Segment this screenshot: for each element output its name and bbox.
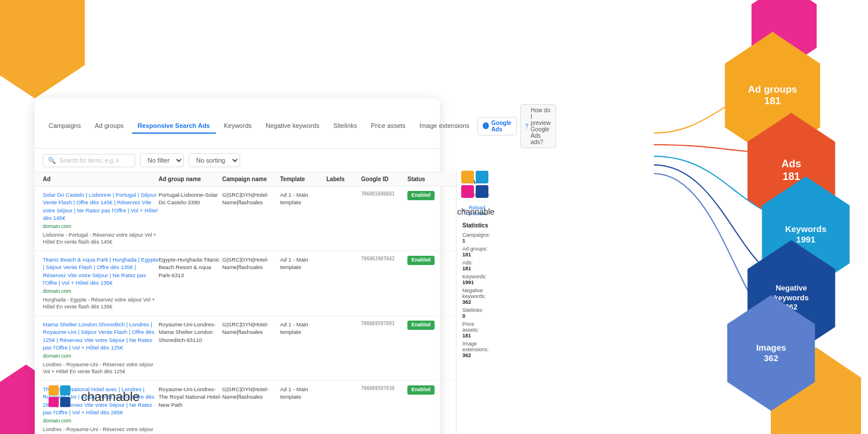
ad-url-3: domain.com [43, 352, 159, 360]
ad-title-2: Titanic Beach & Aqua Park | Hurghada | E… [43, 256, 159, 286]
stat-campaigns: Campaigns: 1 [462, 232, 490, 244]
ad-title-1: Solar Do Castelo | Lisbonne | Portugal |… [43, 191, 159, 222]
campaign-cell-3: G|SRC|DYN|Hotel-Name|flashsales [222, 321, 280, 336]
stat-ads: Ads: 181 [462, 260, 490, 271]
campaign-cell-1: G|SRC|DYN|Hotel-Name|flashsales [222, 191, 280, 207]
google-id-cell-3: 706069597093 [361, 321, 407, 327]
campaign-cell-4: G|SRC|DYN|Hotel-Name|flashsales [222, 385, 280, 401]
hex-ad-groups-label: Ad groups181 [748, 84, 797, 108]
right-diagram: Ad groups181 Ads181 Keywords1991 Negativ… [625, 0, 868, 434]
ad-url-4: domain.com [43, 417, 159, 425]
hex-ads-label: Ads181 [781, 158, 801, 183]
google-id-cell-2: 706063987042 [361, 256, 407, 262]
status-cell-2: Enabled [407, 256, 448, 265]
col-header-ad-group: Ad group name [159, 176, 222, 182]
ad-group-cell-2: Egypte-Hurghada-Titanic Beach Resort & A… [159, 256, 222, 279]
tab-negative-keywords[interactable]: Negative keywords [260, 119, 325, 134]
template-cell-2: Ad 1 - Main template [280, 256, 326, 271]
ad-cell-3: Mama Shelter London Shoreditch | Londres… [43, 321, 159, 376]
toolbar: 🔍 Search for items, e.g. ii No filter No… [35, 149, 440, 172]
google-id-cell-4: 706069597030 [361, 385, 407, 392]
tab-sitelinks[interactable]: Sitelinks [328, 119, 363, 134]
channable-icon-bottom [46, 383, 74, 411]
google-id-cell-1: 706065698881 [361, 191, 407, 197]
stat-sitelinks: Sitelinks: 0 [462, 307, 490, 319]
ad-url-1: domain.com [43, 223, 159, 230]
svg-rect-2 [461, 185, 474, 198]
how-to-preview-button[interactable]: ? How do I preview Google Ads ads? [520, 104, 556, 148]
svg-rect-1 [476, 171, 488, 183]
svg-rect-7 [60, 397, 71, 407]
tab-responsive-search-ads[interactable]: Responsive Search Ads [132, 119, 216, 134]
template-cell-4: Ad 1 - Main template [280, 385, 326, 401]
mid-logo: channable [457, 168, 495, 216]
svg-rect-0 [461, 171, 474, 183]
search-box[interactable]: 🔍 Search for items, e.g. ii [43, 154, 135, 167]
decorative-hex-top-left [0, 0, 93, 98]
col-header-template: Template [280, 176, 326, 182]
tab-ad-groups[interactable]: Ad groups [89, 119, 130, 134]
hex-images-label: Images362 [756, 343, 786, 363]
status-cell-1: Enabled [407, 191, 448, 200]
tab-campaigns[interactable]: Campaigns [43, 119, 87, 134]
template-cell-3: Ad 1 - Main template [280, 321, 326, 336]
stat-ad-groups: Ad groups: 181 [462, 246, 490, 258]
statistics-section: Statistics Campaigns: 1 Ad groups: 181 A… [462, 222, 490, 358]
col-header-ad: Ad [43, 176, 159, 182]
status-badge-3: Enabled [407, 321, 435, 330]
bottom-logo-text: channable [81, 389, 140, 404]
search-icon: 🔍 [48, 157, 56, 164]
ad-desc-4: Londres - Royaume-Uni - Réservez votre s… [43, 426, 159, 434]
col-header-campaign: Campaign name [222, 176, 280, 182]
svg-rect-5 [60, 385, 71, 396]
ad-url-2: domain.com [43, 288, 159, 295]
status-badge-4: Enabled [407, 385, 435, 395]
bottom-logo: channable [46, 383, 140, 411]
template-cell-1: Ad 1 - Main template [280, 191, 326, 207]
ad-group-cell-1: Portugal-Lisbonne-Solar Do Castelo-3390 [159, 191, 222, 207]
channable-icon-mid [458, 168, 493, 203]
stat-price-assets: Price assets: 181 [462, 321, 490, 339]
tab-image-extensions[interactable]: Image extensions [414, 119, 475, 134]
tab-keywords[interactable]: Keywords [218, 119, 258, 134]
col-header-status: Status [407, 176, 448, 182]
sort-select[interactable]: No sorting [189, 153, 240, 167]
google-ads-button[interactable]: 🅖 Google Ads [477, 117, 516, 135]
mid-logo-text: channable [457, 207, 495, 216]
campaign-cell-2: G|SRC|DYN|Hotel-Name|flashsales [222, 256, 280, 271]
tabs-bar: Campaigns Ad groups Responsive Search Ad… [35, 98, 440, 149]
status-badge-1: Enabled [407, 191, 435, 200]
col-header-labels: Labels [326, 176, 361, 182]
svg-rect-3 [476, 185, 488, 198]
ad-title-3: Mama Shelter London Shoreditch | Londres… [43, 321, 159, 351]
status-cell-3: Enabled [407, 321, 448, 330]
stat-negative-keywords: Negative keywords: 362 [462, 288, 490, 305]
ad-cell-1: Solar Do Castelo | Lisbonne | Portugal |… [43, 191, 159, 246]
svg-rect-4 [49, 385, 59, 396]
ad-desc-1: Lisbonne - Portugal - Réservez votre séj… [43, 231, 159, 246]
ad-desc-3: Londres - Royaume-Uni - Réservez votre s… [43, 361, 159, 376]
table-row[interactable]: Titanic Beach & Aqua Park | Hurghada | E… [35, 251, 456, 316]
ad-group-cell-3: Royaume-Uni-Londres-Mama Shelter London … [159, 321, 222, 344]
stat-keywords: Keywords: 1991 [462, 274, 490, 285]
table-row[interactable]: Solar Do Castelo | Lisbonne | Portugal |… [35, 186, 456, 251]
table-row[interactable]: Mama Shelter London Shoreditch | Londres… [35, 316, 456, 381]
google-ads-badge: 🅖 Google Ads ? How do I preview Google A… [477, 104, 556, 148]
ad-cell-2: Titanic Beach & Aqua Park | Hurghada | E… [43, 256, 159, 311]
status-cell-4: Enabled [407, 385, 448, 395]
google-g-icon: 🅖 [483, 123, 489, 130]
tab-price-assets[interactable]: Price assets [365, 119, 411, 134]
col-header-google-id: Google ID [361, 176, 407, 182]
stats-title: Statistics [462, 222, 490, 229]
svg-rect-6 [49, 397, 59, 407]
question-icon: ? [525, 123, 529, 130]
filter-select[interactable]: No filter [140, 153, 184, 167]
stat-image-extensions: Image extensions: 362 [462, 341, 490, 358]
ad-group-cell-4: Royaume-Uni-Londres-The Royal National H… [159, 385, 222, 409]
ad-desc-2: Hurghada - Egypte - Réservez votre séjou… [43, 296, 159, 311]
status-badge-2: Enabled [407, 256, 435, 265]
table-header: Ad Ad group name Campaign name Template … [35, 172, 456, 186]
